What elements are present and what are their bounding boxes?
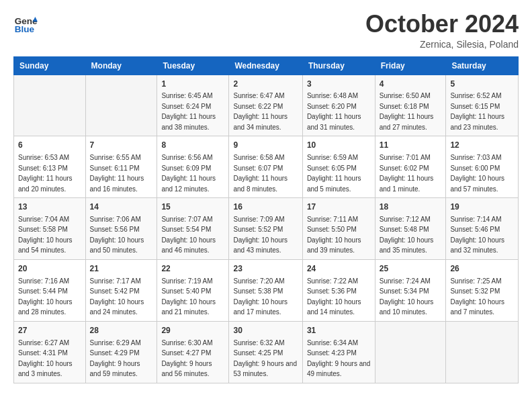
day-cell: 20Sunrise: 7:16 AMSunset: 5:44 PMDayligh… <box>14 259 86 321</box>
day-cell: 29Sunrise: 6:30 AMSunset: 4:27 PMDayligh… <box>157 321 229 383</box>
day-cell: 26Sunrise: 7:25 AMSunset: 5:32 PMDayligh… <box>446 259 519 321</box>
col-tuesday: Tuesday <box>157 56 229 75</box>
day-cell: 15Sunrise: 7:07 AMSunset: 5:54 PMDayligh… <box>157 198 229 260</box>
day-number: 29 <box>161 325 224 336</box>
day-info: Sunrise: 6:34 AMSunset: 4:23 PMDaylight:… <box>307 339 371 378</box>
day-number: 1 <box>161 79 224 90</box>
day-info: Sunrise: 7:22 AMSunset: 5:36 PMDaylight:… <box>307 277 361 316</box>
day-cell: 22Sunrise: 7:19 AMSunset: 5:40 PMDayligh… <box>157 259 229 321</box>
day-cell: 30Sunrise: 6:32 AMSunset: 4:25 PMDayligh… <box>229 321 302 383</box>
day-number: 24 <box>307 263 371 275</box>
day-cell: 2Sunrise: 6:47 AMSunset: 6:22 PMDaylight… <box>229 75 302 136</box>
day-cell: 13Sunrise: 7:04 AMSunset: 5:58 PMDayligh… <box>14 198 86 260</box>
day-number: 16 <box>233 201 298 213</box>
day-cell: 8Sunrise: 6:56 AMSunset: 6:09 PMDaylight… <box>157 136 229 198</box>
day-number: 25 <box>380 263 442 275</box>
day-number: 12 <box>450 140 514 151</box>
day-info: Sunrise: 7:25 AMSunset: 5:32 PMDaylight:… <box>450 277 504 316</box>
col-thursday: Thursday <box>302 56 375 75</box>
day-info: Sunrise: 7:19 AMSunset: 5:40 PMDaylight:… <box>161 277 216 316</box>
day-number: 14 <box>90 201 153 213</box>
week-row-5: 27Sunrise: 6:27 AMSunset: 4:31 PMDayligh… <box>14 321 519 383</box>
day-number: 22 <box>161 263 224 275</box>
day-cell: 10Sunrise: 6:59 AMSunset: 6:05 PMDayligh… <box>302 136 375 198</box>
col-sunday: Sunday <box>14 56 86 75</box>
day-cell <box>85 75 157 136</box>
day-number: 6 <box>18 140 81 151</box>
svg-text:Blue: Blue <box>15 24 35 34</box>
day-info: Sunrise: 6:32 AMSunset: 4:25 PMDaylight:… <box>233 339 297 378</box>
day-cell: 19Sunrise: 7:14 AMSunset: 5:46 PMDayligh… <box>446 198 519 260</box>
day-number: 17 <box>307 201 371 213</box>
day-info: Sunrise: 6:59 AMSunset: 6:05 PMDaylight:… <box>307 154 361 193</box>
header-row: Sunday Monday Tuesday Wednesday Thursday… <box>14 56 519 75</box>
day-number: 13 <box>18 201 81 213</box>
day-cell: 21Sunrise: 7:17 AMSunset: 5:42 PMDayligh… <box>85 259 157 321</box>
day-number: 5 <box>450 79 514 90</box>
logo: General Blue <box>13 11 40 35</box>
day-info: Sunrise: 7:12 AMSunset: 5:48 PMDaylight:… <box>380 216 434 255</box>
day-number: 2 <box>233 79 298 90</box>
day-number: 30 <box>233 325 298 336</box>
day-cell: 5Sunrise: 6:52 AMSunset: 6:15 PMDaylight… <box>446 75 519 136</box>
day-info: Sunrise: 7:11 AMSunset: 5:50 PMDaylight:… <box>307 216 361 255</box>
col-monday: Monday <box>85 56 157 75</box>
month-title: October 2024 <box>365 11 519 38</box>
day-info: Sunrise: 6:47 AMSunset: 6:22 PMDaylight:… <box>233 92 287 131</box>
day-info: Sunrise: 6:30 AMSunset: 4:27 PMDaylight:… <box>161 339 212 378</box>
day-info: Sunrise: 7:04 AMSunset: 5:58 PMDaylight:… <box>18 216 73 255</box>
day-cell: 31Sunrise: 6:34 AMSunset: 4:23 PMDayligh… <box>302 321 375 383</box>
day-cell: 25Sunrise: 7:24 AMSunset: 5:34 PMDayligh… <box>375 259 446 321</box>
day-number: 23 <box>233 263 298 275</box>
day-info: Sunrise: 7:01 AMSunset: 6:02 PMDaylight:… <box>380 154 434 193</box>
day-info: Sunrise: 6:27 AMSunset: 4:31 PMDaylight:… <box>18 339 73 378</box>
day-number: 18 <box>380 201 442 213</box>
day-cell: 7Sunrise: 6:55 AMSunset: 6:11 PMDaylight… <box>85 136 157 198</box>
day-cell <box>375 321 446 383</box>
day-number: 15 <box>161 201 224 213</box>
day-cell: 3Sunrise: 6:48 AMSunset: 6:20 PMDaylight… <box>302 75 375 136</box>
day-info: Sunrise: 6:56 AMSunset: 6:09 PMDaylight:… <box>161 154 216 193</box>
day-info: Sunrise: 7:24 AMSunset: 5:34 PMDaylight:… <box>380 277 434 316</box>
day-cell: 23Sunrise: 7:20 AMSunset: 5:38 PMDayligh… <box>229 259 302 321</box>
header: General Blue October 2024 Zernica, Siles… <box>13 11 519 50</box>
day-number: 31 <box>307 325 371 336</box>
day-cell: 18Sunrise: 7:12 AMSunset: 5:48 PMDayligh… <box>375 198 446 260</box>
day-number: 26 <box>450 263 514 275</box>
day-number: 8 <box>161 140 224 151</box>
col-wednesday: Wednesday <box>229 56 302 75</box>
day-cell: 4Sunrise: 6:50 AMSunset: 6:18 PMDaylight… <box>375 75 446 136</box>
logo-icon: General Blue <box>13 11 38 35</box>
day-cell <box>446 321 519 383</box>
location: Zernica, Silesia, Poland <box>365 39 519 50</box>
day-info: Sunrise: 6:53 AMSunset: 6:13 PMDaylight:… <box>18 154 73 193</box>
day-number: 4 <box>380 79 442 90</box>
day-cell: 28Sunrise: 6:29 AMSunset: 4:29 PMDayligh… <box>85 321 157 383</box>
day-number: 27 <box>18 325 81 336</box>
day-info: Sunrise: 6:58 AMSunset: 6:07 PMDaylight:… <box>233 154 287 193</box>
title-section: October 2024 Zernica, Silesia, Poland <box>365 11 519 50</box>
day-info: Sunrise: 7:16 AMSunset: 5:44 PMDaylight:… <box>18 277 73 316</box>
day-cell: 1Sunrise: 6:45 AMSunset: 6:24 PMDaylight… <box>157 75 229 136</box>
day-info: Sunrise: 6:50 AMSunset: 6:18 PMDaylight:… <box>380 92 434 131</box>
week-row-2: 6Sunrise: 6:53 AMSunset: 6:13 PMDaylight… <box>14 136 519 198</box>
calendar-page: General Blue October 2024 Zernica, Siles… <box>0 0 532 411</box>
day-info: Sunrise: 6:45 AMSunset: 6:24 PMDaylight:… <box>161 92 216 131</box>
day-cell: 11Sunrise: 7:01 AMSunset: 6:02 PMDayligh… <box>375 136 446 198</box>
col-saturday: Saturday <box>446 56 519 75</box>
day-info: Sunrise: 6:48 AMSunset: 6:20 PMDaylight:… <box>307 92 361 131</box>
day-cell: 24Sunrise: 7:22 AMSunset: 5:36 PMDayligh… <box>302 259 375 321</box>
day-number: 11 <box>380 140 442 151</box>
week-row-4: 20Sunrise: 7:16 AMSunset: 5:44 PMDayligh… <box>14 259 519 321</box>
day-number: 21 <box>90 263 153 275</box>
day-cell: 9Sunrise: 6:58 AMSunset: 6:07 PMDaylight… <box>229 136 302 198</box>
day-cell: 14Sunrise: 7:06 AMSunset: 5:56 PMDayligh… <box>85 198 157 260</box>
day-number: 10 <box>307 140 371 151</box>
day-info: Sunrise: 7:20 AMSunset: 5:38 PMDaylight:… <box>233 277 287 316</box>
day-cell: 16Sunrise: 7:09 AMSunset: 5:52 PMDayligh… <box>229 198 302 260</box>
day-info: Sunrise: 6:29 AMSunset: 4:29 PMDaylight:… <box>90 339 141 378</box>
day-cell <box>14 75 86 136</box>
day-cell: 6Sunrise: 6:53 AMSunset: 6:13 PMDaylight… <box>14 136 86 198</box>
day-number: 28 <box>90 325 153 336</box>
day-cell: 27Sunrise: 6:27 AMSunset: 4:31 PMDayligh… <box>14 321 86 383</box>
